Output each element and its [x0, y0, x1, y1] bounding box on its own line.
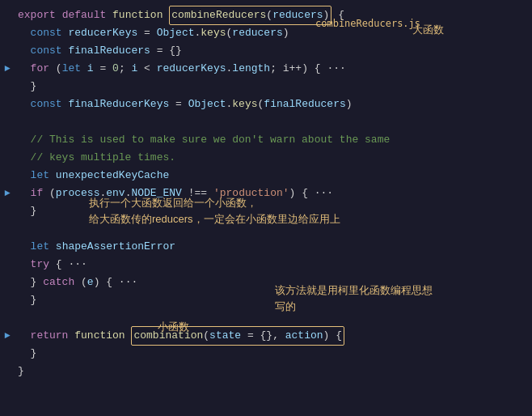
code-line: let unexpectedKeyCache: [0, 167, 532, 185]
line-text: // This is used to make sure we don't wa…: [15, 131, 532, 149]
code-line: [0, 309, 532, 327]
line-text: }: [15, 345, 532, 363]
line-text: if (process.env.NODE_ENV !== 'production…: [15, 185, 532, 202]
code-line: const reducerKeys = Object.keys(reducers…: [0, 24, 532, 42]
line-text: // keys multiple times.: [15, 149, 532, 167]
code-line: }: [0, 202, 532, 220]
line-text: } catch (e) { ···: [15, 274, 532, 291]
line-arrow: ►: [0, 327, 15, 345]
code-line: }: [0, 78, 532, 96]
code-line: try { ···: [0, 256, 532, 274]
line-arrow: ►: [0, 60, 15, 78]
line-text: const finalReducers = {}: [15, 42, 532, 60]
line-text: let shapeAssertionError: [15, 238, 532, 256]
line-text: return function combination(state = {}, …: [15, 326, 532, 346]
code-line: } catch (e) { ···: [0, 274, 532, 291]
line-text: export default function combineReducers(…: [15, 6, 532, 25]
code-editor: export default function combineReducers(…: [0, 0, 532, 416]
code-line: ► for (let i = 0; i < reducerKeys.length…: [0, 60, 532, 78]
code-line: [0, 113, 532, 131]
code-line: }: [0, 363, 532, 380]
line-text: let unexpectedKeyCache: [15, 167, 532, 185]
code-line: }: [0, 291, 532, 309]
line-text: const reducerKeys = Object.keys(reducers…: [15, 24, 532, 42]
code-line: }: [0, 345, 532, 363]
code-line: const finalReducers = {}: [0, 42, 532, 60]
code-line: let shapeAssertionError: [0, 238, 532, 256]
line-text: try { ···: [15, 256, 532, 274]
code-line: export default function combineReducers(…: [0, 6, 532, 24]
code-line: ► if (process.env.NODE_ENV !== 'producti…: [0, 185, 532, 202]
line-arrow: ►: [0, 185, 15, 202]
line-text: }: [15, 291, 532, 309]
line-text: for (let i = 0; i < reducerKeys.length; …: [15, 60, 532, 78]
code-line: [0, 220, 532, 238]
code-line: // keys multiple times.: [0, 149, 532, 167]
line-text: }: [15, 78, 532, 96]
code-line: const finalReducerKeys = Object.keys(fin…: [0, 96, 532, 113]
line-text: }: [15, 202, 532, 220]
code-line: ► return function combination(state = {}…: [0, 327, 532, 345]
code-content: export default function combineReducers(…: [0, 0, 532, 387]
line-text: const finalReducerKeys = Object.keys(fin…: [15, 96, 532, 113]
code-line: // This is used to make sure we don't wa…: [0, 131, 532, 149]
line-text: }: [15, 363, 532, 380]
